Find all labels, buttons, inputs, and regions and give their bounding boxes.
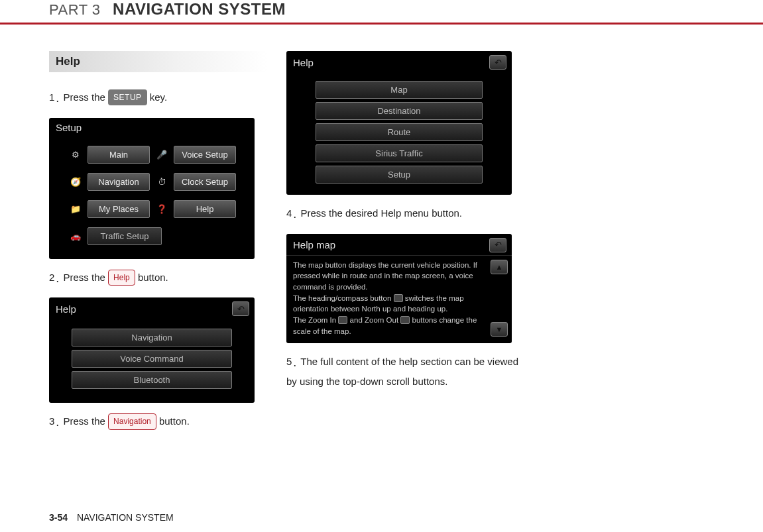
back-icon[interactable]: ↶ [489, 55, 506, 70]
help-nav-button-setup[interactable]: Setup [316, 166, 483, 184]
footer-label: NAVIGATION SYSTEM [77, 512, 174, 523]
step-4: 4. Press the desired Help menu button. [286, 204, 518, 225]
setup-button-voice-setup[interactable]: Voice Setup [174, 146, 236, 164]
back-icon[interactable]: ↶ [232, 301, 249, 316]
step-text: Press the [64, 415, 109, 427]
setup-button-main[interactable]: Main [88, 146, 150, 164]
device-title-bar: Help map ↶ [286, 234, 512, 256]
step-text-after: button. [135, 272, 168, 283]
mic-icon: 🎤 [154, 142, 170, 167]
step-text: Press the [64, 272, 109, 283]
compass-button-icon [394, 294, 403, 302]
car-icon: 🚗 [68, 231, 84, 241]
help-map-line: The Zoom In [293, 316, 338, 324]
back-icon[interactable]: ↶ [489, 238, 506, 252]
device-title-bar: Setup [49, 118, 255, 136]
device-screenshot-help-nav: Help ↶ Map Destination Route Sirius Traf… [286, 51, 512, 195]
page-header: PART 3 NAVIGATION SYSTEM [0, 0, 763, 25]
device-screenshot-help-main: Help ↶ Navigation Voice Command Bluetoot… [49, 297, 255, 403]
step-number: 3 [49, 415, 54, 427]
device-body: The map button displays the current vehi… [286, 256, 512, 344]
clock-icon: ⏱ [154, 170, 170, 194]
help-map-line: The map button displays the current vehi… [293, 261, 477, 291]
help-nav-button-sirius-traffic[interactable]: Sirius Traffic [316, 144, 483, 162]
step-text: Press the [64, 91, 109, 103]
page-number: 3-54 [49, 512, 68, 523]
help-button-badge: Help [108, 270, 135, 286]
step-number: 1 [49, 91, 54, 103]
device-body: Navigation Voice Command Bluetooth [49, 319, 255, 403]
scroll-up-button[interactable]: ▲ [491, 260, 508, 274]
step-3: 3. Press the Navigation button. [49, 412, 268, 433]
section-heading-help: Help [49, 51, 268, 72]
question-icon: ❓ [154, 197, 170, 221]
device-title-bar: Help ↶ [49, 297, 255, 319]
help-map-line: and Zoom Out [350, 316, 401, 324]
page-title: NAVIGATION SYSTEM [113, 0, 286, 18]
step-text-after: button. [156, 415, 190, 427]
device-title: Help [293, 57, 314, 68]
device-title: Help [56, 303, 76, 315]
device-body: ⚙ Main 🎤 Voice Setup 🧭 Navigation ⏱ Cloc… [49, 136, 255, 259]
folder-icon: 📁 [68, 197, 84, 221]
part-label: PART 3 [49, 1, 101, 18]
help-button-navigation[interactable]: Navigation [72, 329, 232, 346]
step-number: 5 [286, 356, 292, 367]
help-button-voice-command[interactable]: Voice Command [72, 350, 232, 368]
help-map-line: The heading/compass button [293, 294, 394, 302]
setup-button-traffic-setup[interactable]: Traffic Setup [88, 227, 162, 245]
device-title-bar: Help ↶ [286, 51, 512, 72]
gear-icon: ⚙ [68, 142, 84, 167]
setup-button-my-places[interactable]: My Places [88, 200, 150, 218]
content-columns: Help 1. Press the SETUP key. Setup ⚙ Mai… [0, 25, 763, 442]
zoom-out-icon [400, 316, 410, 324]
help-nav-button-map[interactable]: Map [316, 81, 483, 99]
step-number: 4 [286, 207, 292, 219]
setup-key-badge: SETUP [108, 89, 147, 105]
navigation-button-badge: Navigation [108, 413, 156, 429]
step-5: 5. The full content of the help section … [286, 352, 518, 390]
help-nav-button-destination[interactable]: Destination [316, 102, 483, 120]
setup-button-help[interactable]: Help [174, 200, 236, 218]
page-footer: 3-54 NAVIGATION SYSTEM [49, 512, 174, 523]
step-number: 2 [49, 272, 54, 283]
help-nav-button-route[interactable]: Route [316, 123, 483, 141]
help-map-text: The map button displays the current vehi… [293, 260, 487, 337]
step-1: 1. Press the SETUP key. [49, 88, 268, 109]
column-right: Help ↶ Map Destination Route Sirius Traf… [286, 51, 518, 442]
device-body: Map Destination Route Sirius Traffic Set… [286, 72, 512, 195]
step-text-after: key. [147, 91, 168, 103]
scroll-buttons: ▲ ▼ [491, 260, 508, 337]
help-button-bluetooth[interactable]: Bluetooth [72, 371, 232, 389]
setup-button-navigation[interactable]: Navigation [88, 173, 150, 191]
device-screenshot-help-map: Help map ↶ The map button displays the c… [286, 234, 512, 344]
step-text: The full content of the help section can… [286, 356, 518, 387]
device-title: Help map [293, 239, 335, 250]
step-2: 2. Press the Help button. [49, 268, 268, 289]
device-title: Setup [56, 122, 82, 133]
scroll-down-button[interactable]: ▼ [491, 322, 508, 337]
device-screenshot-setup: Setup ⚙ Main 🎤 Voice Setup 🧭 Navigation … [49, 118, 255, 259]
compass-icon: 🧭 [68, 170, 84, 194]
zoom-in-icon [338, 316, 347, 324]
step-text: Press the desired Help menu button. [301, 207, 462, 219]
column-left: Help 1. Press the SETUP key. Setup ⚙ Mai… [49, 51, 268, 442]
setup-button-clock-setup[interactable]: Clock Setup [174, 173, 236, 191]
